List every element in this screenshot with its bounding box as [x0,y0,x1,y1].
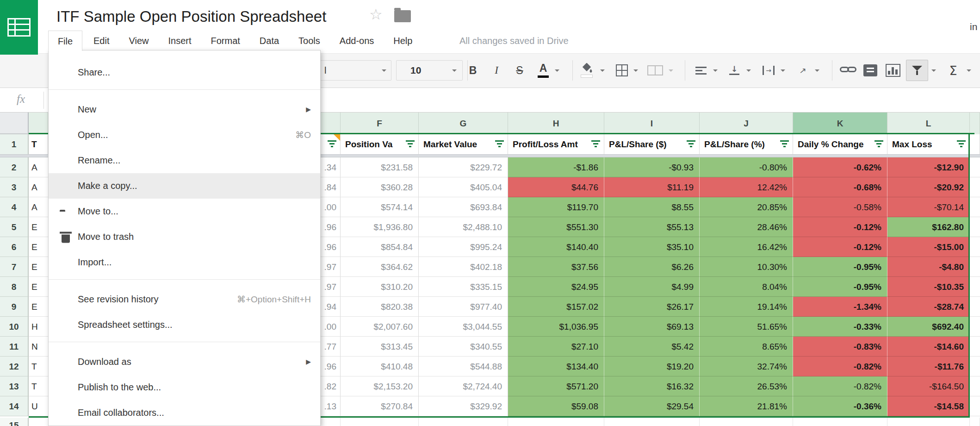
cell-F13[interactable]: $2,153.20 [341,376,419,396]
cell-G2[interactable]: $229.72 [419,157,508,177]
row-header-7[interactable]: 7 [0,257,29,277]
cell-M15[interactable] [970,418,980,426]
cell-G12[interactable]: $544.88 [419,357,508,376]
cell-K7[interactable]: -0.95% [793,257,887,277]
cell-F6[interactable]: $854.84 [341,237,419,257]
text-rotation-dropdown[interactable] [813,60,821,81]
cell-L4[interactable]: -$70.14 [887,197,970,217]
insert-comment-button[interactable] [861,60,880,81]
cell-I2[interactable]: -$0.93 [604,157,700,177]
cell-H8[interactable]: $24.95 [508,277,604,297]
cell-J10[interactable]: 51.65% [700,317,793,337]
row-header-12[interactable]: 12 [0,357,29,376]
cell-M5[interactable] [970,217,980,237]
cell-A1[interactable]: T [29,134,48,154]
cell-I14[interactable]: $29.54 [604,396,700,416]
cell-A8[interactable]: E [29,277,48,297]
cell-G5[interactable]: $2,488.10 [419,217,508,237]
cell-M9[interactable] [970,297,980,317]
cell-M1[interactable] [970,134,980,154]
cell-F11[interactable]: $313.45 [341,337,419,357]
cell-L3[interactable]: -$20.92 [887,177,970,197]
cell-L9[interactable]: -$28.74 [887,297,970,317]
cell-I13[interactable]: $16.32 [604,376,700,396]
borders-dropdown[interactable] [632,60,639,81]
menu-item-addons[interactable]: Add-ons [340,36,374,46]
row-header-5[interactable]: 5 [0,217,29,237]
cell-G3[interactable]: $405.04 [419,177,508,197]
cell-M11[interactable] [970,337,980,357]
file-menu-item-spreadsheet-settings[interactable]: Spreadsheet settings... [49,312,320,338]
row-header-10[interactable]: 10 [0,317,29,337]
cell-A10[interactable]: H [29,317,48,337]
font-family-select[interactable]: l [319,60,391,81]
cell-A6[interactable]: E [29,237,48,257]
cell-H9[interactable]: $157.02 [508,297,604,317]
select-all-corner[interactable] [0,113,29,134]
column-header-H[interactable]: H [508,113,604,134]
cell-L7[interactable]: -$4.80 [887,257,970,277]
cell-H11[interactable]: $27.10 [508,337,604,357]
italic-button[interactable]: I [487,60,506,81]
column-header-J[interactable]: J [700,113,793,134]
cell-I3[interactable]: $11.19 [604,177,700,197]
cell-J2[interactable]: -0.80% [700,157,793,177]
row-header-1[interactable]: 1 [0,134,29,154]
cell-J4[interactable]: 20.85% [700,197,793,217]
save-status[interactable]: All changes saved in Drive [459,31,569,50]
filter-button[interactable] [906,60,928,81]
row-header-4[interactable]: 4 [0,197,29,217]
cell-A15[interactable] [29,418,48,426]
cell-F8[interactable]: $310.20 [341,277,419,297]
cell-A9[interactable]: E [29,297,48,317]
cell-J3[interactable]: 12.42% [700,177,793,197]
borders-button[interactable] [613,60,631,81]
filter-dropdown[interactable] [930,60,937,81]
cell-I6[interactable]: $35.10 [604,237,700,257]
cell-I8[interactable]: $4.99 [604,277,700,297]
file-menu-item-download-as[interactable]: Download as▶ [49,349,320,375]
cell-G9[interactable]: $977.40 [419,297,508,317]
file-menu-item-email-collaborators[interactable]: Email collaborators... [49,400,320,426]
cell-H10[interactable]: $1,036.95 [508,317,604,337]
file-menu-item-move-to-trash[interactable]: Move to trash [49,224,320,250]
cell-K2[interactable]: -0.62% [793,157,887,177]
cell-K3[interactable]: -0.68% [793,177,887,197]
filter-icon[interactable] [591,140,601,148]
cell-L8[interactable]: -$10.35 [887,277,970,297]
file-menu-item-open[interactable]: Open...⌘O [49,122,320,148]
cell-I12[interactable]: $19.20 [604,357,700,376]
column-letter-sliver-m[interactable] [970,113,980,134]
cell-A4[interactable]: A [29,197,48,217]
cell-L6[interactable]: -$15.00 [887,237,970,257]
cell-K14[interactable]: -0.36% [793,396,887,416]
cell-L11[interactable]: -$14.60 [887,337,970,357]
cell-H12[interactable]: $134.40 [508,357,604,376]
cell-H13[interactable]: $571.20 [508,376,604,396]
cell-K10[interactable]: -0.33% [793,317,887,337]
cell-K11[interactable]: -0.83% [793,337,887,357]
cell-G15[interactable] [419,418,508,426]
cell-J5[interactable]: 28.46% [700,217,793,237]
cell-G7[interactable]: $402.18 [419,257,508,277]
cell-A7[interactable]: E [29,257,48,277]
file-menu-item-make-a-copy[interactable]: Make a copy... [49,173,320,199]
merge-cells-button[interactable] [645,60,665,81]
menu-item-help[interactable]: Help [393,36,412,46]
file-menu-item-move-to[interactable]: Move to... [49,199,320,224]
cell-K4[interactable]: -0.58% [793,197,887,217]
cell-A2[interactable]: A [29,157,48,177]
cell-K12[interactable]: -0.82% [793,357,887,376]
row-header-6[interactable]: 6 [0,237,29,257]
menu-item-tools[interactable]: Tools [298,36,320,46]
column-header-K[interactable]: K [793,113,887,134]
cell-J8[interactable]: 8.04% [700,277,793,297]
cell-K8[interactable]: -0.95% [793,277,887,297]
cell-F1[interactable]: Position Va [341,134,419,154]
cell-G13[interactable]: $2,724.40 [419,376,508,396]
filter-icon[interactable] [405,140,416,148]
menu-item-insert[interactable]: Insert [168,36,191,46]
strikethrough-button[interactable]: S [510,60,529,81]
column-header-G[interactable]: G [419,113,508,134]
filter-icon[interactable] [780,140,790,148]
